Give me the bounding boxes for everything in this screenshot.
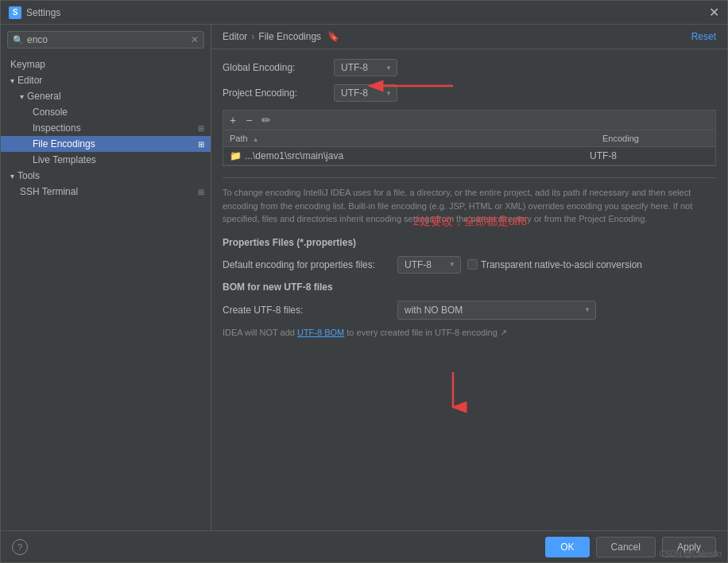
idea-note-text: to every created file in UTF-8 encoding …: [347, 328, 507, 337]
search-box[interactable]: 🔍 ✕: [7, 31, 204, 49]
properties-section-title: Properties Files (*.properties): [223, 237, 716, 248]
info-text: To change encoding IntelliJ IDEA uses fo…: [223, 177, 716, 226]
global-encoding-value: UTF-8: [341, 62, 368, 73]
sidebar: 🔍 ✕ Keymap ▾ Editor ▾ General: [1, 25, 211, 530]
reset-button[interactable]: Reset: [691, 31, 716, 42]
keymap-label: Keymap: [10, 59, 45, 70]
cancel-button[interactable]: Cancel: [596, 537, 656, 557]
add-button[interactable]: +: [227, 112, 239, 128]
panel-body: Global Encoding: UTF-8 ▼ Project Encodin…: [211, 49, 727, 530]
breadcrumb: Editor › File Encodings 🔖: [223, 31, 339, 42]
global-encoding-dropdown[interactable]: UTF-8 ▼: [334, 59, 397, 76]
sidebar-item-tools[interactable]: ▾ Tools: [1, 168, 211, 184]
table-row[interactable]: 📁 ...\demo1\src\main\java UTF-8: [223, 147, 715, 165]
tools-arrow: ▾: [10, 172, 14, 181]
title-bar: S Settings ✕: [1, 1, 727, 25]
idea-note-pre: IDEA will NOT add: [223, 328, 297, 337]
transparent-label: Transparent native-to-ascii conversion: [481, 259, 642, 270]
sidebar-item-keymap[interactable]: Keymap: [1, 56, 211, 72]
bom-create-label: Create UTF-8 files:: [223, 305, 397, 316]
sidebar-item-inspections[interactable]: Inspections ⊞: [1, 120, 211, 136]
idea-note-link[interactable]: UTF-8 BOM: [297, 328, 344, 337]
transparent-checkbox[interactable]: [467, 259, 478, 270]
tools-label: Tools: [17, 170, 40, 181]
watermark: CSDN @Calendo: [659, 549, 722, 558]
table-toolbar: + − ✏: [223, 110, 716, 130]
idea-note: IDEA will NOT add UTF-8 BOM to every cre…: [223, 328, 716, 338]
project-encoding-arrow-icon: ▼: [385, 90, 392, 97]
path-value: ...\demo1\src\main\java: [245, 150, 343, 161]
sidebar-item-general[interactable]: ▾ General: [1, 88, 211, 104]
table-header: Path ▲ Encoding: [223, 130, 715, 147]
app-icon: S: [9, 6, 21, 19]
ssh-terminal-icon: ⊞: [198, 188, 204, 196]
transparent-checkbox-area[interactable]: Transparent native-to-ascii conversion: [467, 259, 642, 270]
console-label: Console: [33, 107, 68, 118]
general-label: General: [27, 91, 61, 102]
file-encodings-label: File Encodings: [33, 138, 95, 149]
search-icon: 🔍: [13, 35, 24, 45]
window-title: Settings: [26, 7, 60, 18]
path-cell: 📁 ...\demo1\src\main\java: [230, 150, 590, 161]
col-encoding-header: Encoding: [596, 130, 715, 146]
bookmark-icon: 🔖: [327, 31, 339, 42]
global-encoding-label: Global Encoding:: [223, 62, 334, 73]
bom-section: BOM for new UTF-8 files Create UTF-8 fil…: [223, 282, 716, 338]
sidebar-item-editor[interactable]: ▾ Editor: [1, 72, 211, 88]
remove-button[interactable]: −: [242, 112, 255, 128]
global-encoding-row: Global Encoding: UTF-8 ▼: [223, 59, 716, 76]
file-encodings-icon: ⊞: [198, 140, 204, 149]
sidebar-item-file-encodings[interactable]: File Encodings ⊞: [1, 136, 211, 152]
general-arrow: ▾: [20, 92, 24, 101]
encoding-cell: UTF-8: [590, 150, 709, 161]
help-button[interactable]: ?: [12, 539, 28, 555]
default-enc-dropdown[interactable]: UTF-8 ▼: [397, 256, 461, 274]
col-path-header[interactable]: Path ▲: [223, 130, 596, 146]
inspections-icon: ⊞: [198, 124, 204, 133]
ssh-terminal-label: SSH Terminal: [20, 186, 78, 197]
bom-create-row: Create UTF-8 files: with NO BOM ▼: [223, 301, 716, 320]
editor-label: Editor: [17, 75, 42, 86]
breadcrumb-separator: ›: [251, 31, 254, 42]
sidebar-item-live-templates[interactable]: Live Templates: [1, 152, 211, 168]
project-encoding-value: UTF-8: [341, 87, 368, 99]
project-encoding-label: Project Encoding:: [223, 87, 334, 99]
inspections-label: Inspections: [33, 122, 81, 134]
search-clear-icon[interactable]: ✕: [191, 34, 199, 45]
encodings-table: Path ▲ Encoding 📁 ...\demo1\src\main\jav…: [223, 130, 716, 166]
sort-icon: ▲: [253, 136, 259, 143]
search-input[interactable]: [27, 34, 191, 45]
bom-create-value: with NO BOM: [405, 305, 463, 316]
sidebar-item-ssh-terminal[interactable]: SSH Terminal ⊞: [1, 184, 211, 200]
project-encoding-dropdown[interactable]: UTF-8 ▼: [334, 84, 397, 102]
default-enc-arrow-icon: ▼: [449, 261, 455, 268]
bottom-bar: ? OK Cancel Apply: [1, 530, 727, 562]
default-encoding-row: Default encoding for properties files: U…: [223, 256, 716, 274]
global-encoding-arrow-icon: ▼: [385, 64, 392, 72]
folder-icon: 📁: [230, 150, 242, 161]
panel-header: Editor › File Encodings 🔖 Reset: [211, 25, 727, 49]
sidebar-item-console[interactable]: Console: [1, 104, 211, 120]
live-templates-label: Live Templates: [33, 154, 96, 165]
bom-section-title: BOM for new UTF-8 files: [223, 282, 716, 293]
breadcrumb-editor: Editor: [223, 31, 247, 42]
bom-create-dropdown[interactable]: with NO BOM ▼: [397, 301, 596, 320]
bom-dropdown-arrow-icon: ▼: [584, 306, 591, 313]
project-encoding-row: Project Encoding: UTF-8 ▼: [223, 84, 716, 102]
default-enc-value: UTF-8: [405, 259, 432, 270]
breadcrumb-current: File Encodings: [258, 31, 321, 42]
editor-arrow: ▾: [10, 76, 14, 85]
default-enc-label: Default encoding for properties files:: [223, 259, 397, 270]
edit-button[interactable]: ✏: [258, 112, 274, 128]
ok-button[interactable]: OK: [545, 537, 589, 557]
sidebar-tree: Keymap ▾ Editor ▾ General Console: [1, 53, 211, 530]
right-panel: Editor › File Encodings 🔖 Reset Global E…: [211, 25, 727, 530]
close-button[interactable]: ✕: [709, 6, 719, 19]
